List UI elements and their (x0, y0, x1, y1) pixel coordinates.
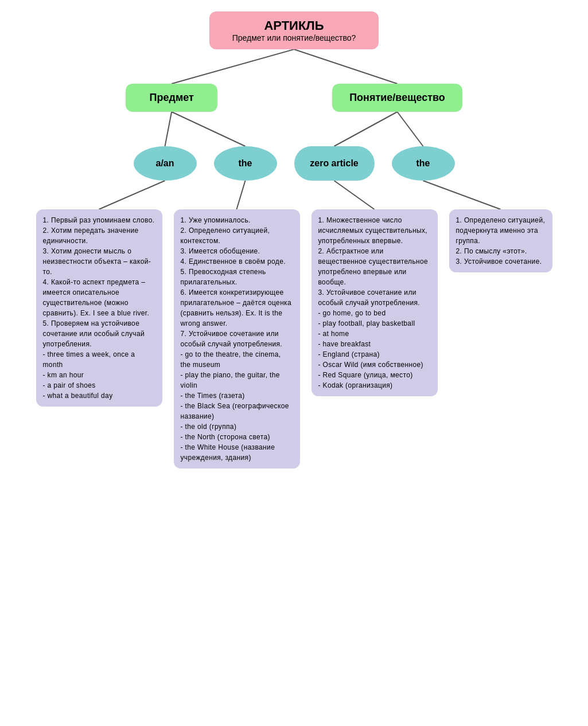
box-aan-text: 1. Первый раз упоминаем слово. 2. Хотим … (43, 216, 155, 400)
svg-line-2 (165, 112, 172, 146)
svg-line-7 (237, 181, 246, 209)
box-the2-text: 1. Определено ситуацией, подчеркнута име… (456, 216, 547, 266)
zero-label: zero article (310, 158, 358, 169)
box-zero-text: 1. Множественное число исчисляемых сущес… (318, 216, 430, 389)
node-aan: a/an (134, 146, 197, 181)
svg-line-4 (334, 112, 398, 146)
box-the2: 1. Определено ситуацией, подчеркнута име… (449, 209, 552, 272)
node-ponyatie: Понятие/вещество (332, 84, 462, 112)
the1-label: the (239, 158, 252, 169)
node-zero: zero article (294, 146, 375, 181)
node-predmet: Предмет (126, 84, 217, 112)
svg-line-3 (172, 112, 245, 146)
level3-row: 1. Первый раз упоминаем слово. 2. Хотим … (11, 209, 577, 469)
diagram: АРТИКЛЬ Предмет или понятие/вещество? Пр… (11, 11, 577, 469)
svg-line-0 (172, 49, 294, 84)
node-the2: the (392, 146, 455, 181)
the2-label: the (416, 158, 430, 169)
level1-row: Предмет Понятие/вещество (11, 84, 577, 112)
svg-line-5 (398, 112, 423, 146)
svg-line-8 (334, 181, 375, 209)
ponyatie-label: Понятие/вещество (349, 92, 445, 103)
box-zero: 1. Множественное число исчисляемых сущес… (311, 209, 438, 396)
box-the1-text: 1. Уже упоминалось. 2. Определено ситуац… (181, 216, 294, 462)
top-title: АРТИКЛЬ (232, 18, 356, 33)
node-the1: the (214, 146, 277, 181)
top-node: АРТИКЛЬ Предмет или понятие/вещество? (209, 11, 379, 49)
svg-line-1 (294, 49, 397, 84)
box-the1: 1. Уже упоминалось. 2. Определено ситуац… (174, 209, 300, 469)
top-subtitle: Предмет или понятие/вещество? (232, 33, 356, 42)
aan-label: a/an (155, 158, 174, 169)
svg-line-9 (423, 181, 501, 209)
box-aan: 1. Первый раз упоминаем слово. 2. Хотим … (36, 209, 162, 407)
predmet-label: Предмет (150, 92, 194, 103)
level2-row: a/an the zero article the (11, 146, 577, 181)
svg-line-6 (99, 181, 165, 209)
